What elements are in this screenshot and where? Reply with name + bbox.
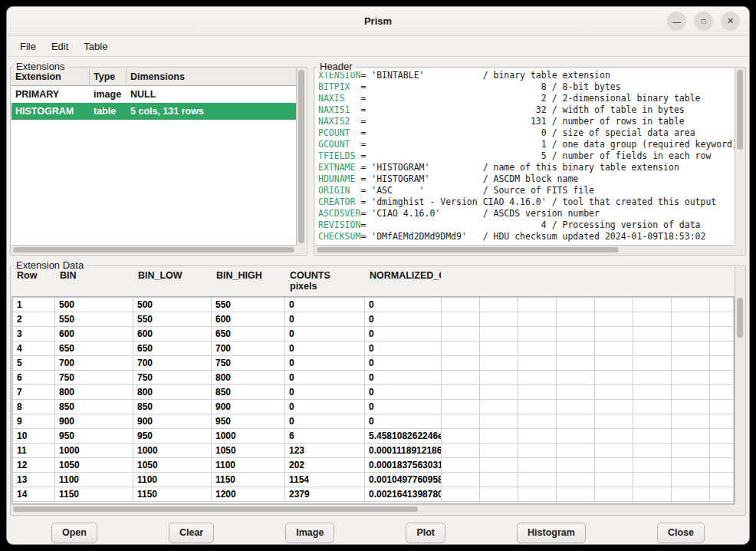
- cell-empty: [710, 458, 734, 473]
- cell-counts: 0: [285, 356, 365, 371]
- cell-empty: [672, 458, 710, 473]
- table-row[interactable]: 9 900 900 950 0 0: [13, 414, 734, 429]
- cell-empty: [518, 458, 557, 473]
- cell-empty: [633, 487, 672, 502]
- table-row[interactable]: 7 800 800 850 0 0: [13, 385, 734, 400]
- header-vertical-scrollbar[interactable]: [735, 68, 744, 245]
- header-hscroll-thumb[interactable]: [317, 247, 619, 252]
- cell-empty: [595, 356, 633, 371]
- header-vscroll-thumb[interactable]: [737, 70, 743, 150]
- plot-button[interactable]: Plot: [406, 523, 445, 543]
- image-button[interactable]: Image: [285, 523, 334, 543]
- header-horizontal-scrollbar[interactable]: [315, 245, 735, 254]
- cell-empty: [442, 312, 480, 327]
- extensions-vscroll-thumb[interactable]: [298, 70, 304, 243]
- table-row[interactable]: 3 600 600 650 0 0: [13, 327, 734, 341]
- cell-bin-low: 600: [133, 327, 212, 341]
- cell-empty: [710, 414, 734, 429]
- cell-counts: 0: [285, 341, 365, 356]
- table-row[interactable]: 2 550 550 600 0 0: [13, 312, 734, 327]
- cell-empty: [710, 385, 734, 400]
- data-table-viewport: 1 500 500 550 0 0: [12, 296, 735, 504]
- cell-normalized: 0: [365, 356, 442, 371]
- menu-table[interactable]: Table: [77, 38, 114, 54]
- scrollbar-corner: [735, 245, 744, 254]
- extensions-horizontal-scrollbar[interactable]: [12, 245, 296, 254]
- column-header-type[interactable]: Type: [90, 68, 127, 86]
- cell-row-number: 11: [13, 444, 55, 458]
- header-line: BITPIX = 8 / 8-bit bytes: [318, 81, 735, 93]
- close-button[interactable]: ✕: [721, 12, 740, 31]
- histogram-button[interactable]: Histogram: [517, 523, 586, 543]
- menu-file[interactable]: File: [13, 38, 43, 54]
- extensions-vertical-scrollbar[interactable]: [296, 68, 306, 245]
- menubar: File Edit Table: [7, 36, 749, 57]
- table-row[interactable]: 6 750 750 800 0 0: [13, 371, 734, 385]
- cell-normalized: 0.0010497760958: [365, 473, 442, 487]
- table-row[interactable]: 1 500 500 550 0 0: [13, 298, 734, 312]
- cell-empty: [633, 341, 672, 356]
- cell-empty: [480, 444, 518, 458]
- close-window-button[interactable]: Close: [657, 523, 705, 543]
- cell-row-number: 14: [13, 487, 55, 502]
- cell-extension-name: HISTOGRAM: [12, 103, 90, 120]
- cell-normalized: 0: [365, 400, 442, 414]
- cell-normalized: 0: [365, 327, 442, 341]
- cell-bin-high: 1150: [212, 473, 285, 487]
- data-vscroll-thumb[interactable]: [737, 298, 743, 338]
- cell-empty: [710, 298, 734, 312]
- cell-empty: [710, 487, 734, 502]
- open-button[interactable]: Open: [51, 523, 97, 543]
- cell-empty: [595, 414, 633, 429]
- table-row[interactable]: 5 700 700 750 0 0: [13, 356, 734, 371]
- table-row[interactable]: 8 850 850 900 0 0: [13, 400, 734, 414]
- extension-row-primary[interactable]: PRIMARY image NULL: [12, 86, 296, 103]
- cell-empty: [633, 458, 672, 473]
- cell-bin-low: 750: [133, 371, 212, 385]
- cell-normalized: 0.0001118912186: [365, 444, 442, 458]
- cell-empty: [442, 487, 480, 502]
- cell-empty: [633, 444, 672, 458]
- cell-empty: [518, 312, 557, 327]
- clear-button[interactable]: Clear: [169, 523, 214, 543]
- cell-empty: [518, 298, 557, 312]
- data-hscroll-thumb[interactable]: [13, 506, 418, 512]
- cell-normalized: 0: [365, 385, 442, 400]
- cell-empty: [672, 298, 710, 312]
- cell-bin-high: 800: [212, 371, 285, 385]
- cell-bin: 1150: [55, 487, 133, 502]
- fits-header-text: XTENSION= 'BINTABLE' / binary table exte…: [315, 68, 735, 245]
- column-header-dimensions[interactable]: Dimensions: [127, 68, 296, 86]
- cell-bin-high: 700: [212, 341, 285, 356]
- menu-edit[interactable]: Edit: [44, 38, 75, 54]
- table-row[interactable]: 12 1050 1050 1100 202 0.0001837563031: [13, 458, 734, 473]
- cell-empty: [595, 327, 633, 341]
- cell-empty: [557, 458, 595, 473]
- cell-bin: 1000: [55, 444, 133, 458]
- extensions-hscroll-thumb[interactable]: [13, 247, 294, 252]
- cell-empty: [442, 327, 480, 341]
- table-row[interactable]: 14 1150 1150 1200 2379 0.0021641398780: [13, 487, 734, 502]
- data-vertical-scrollbar[interactable]: [735, 267, 744, 504]
- maximize-button[interactable]: □: [694, 12, 713, 31]
- cell-empty: [633, 473, 672, 487]
- cell-normalized: 0: [365, 298, 442, 312]
- titlebar: Prism — □ ✕: [7, 7, 749, 36]
- extension-row-histogram[interactable]: HISTOGRAM table 5 cols, 131 rows: [12, 103, 296, 120]
- cell-bin: 800: [55, 385, 133, 400]
- cell-empty: [518, 400, 557, 414]
- table-row[interactable]: 10 950 950 1000 6 5.458108262246e: [13, 429, 734, 444]
- cell-empty: [442, 444, 480, 458]
- data-horizontal-scrollbar[interactable]: [12, 504, 735, 514]
- cell-empty: [480, 371, 518, 385]
- minimize-button[interactable]: —: [667, 12, 686, 31]
- header-panel: Header XTENSION= 'BINTABLE' / binary tab…: [314, 67, 746, 256]
- table-row[interactable]: 11 1000 1000 1050 123 0.0001118912186: [13, 444, 734, 458]
- cell-empty: [557, 341, 595, 356]
- cell-counts: 6: [285, 429, 365, 444]
- cell-empty: [442, 371, 480, 385]
- cell-row-number: 1: [13, 298, 55, 312]
- table-row[interactable]: 4 650 650 700 0 0: [13, 341, 734, 356]
- cell-empty: [633, 298, 672, 312]
- table-row[interactable]: 13 1100 1100 1150 1154 0.0010497760958: [13, 473, 734, 487]
